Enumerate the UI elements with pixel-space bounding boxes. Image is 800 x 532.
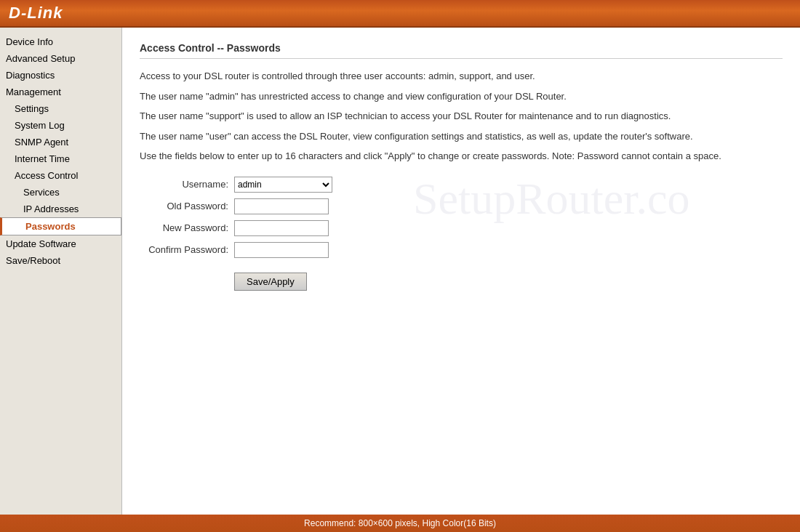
logo-link: Link xyxy=(27,4,63,22)
logo-d: D xyxy=(9,4,21,22)
old-password-input[interactable] xyxy=(234,198,329,214)
sidebar-item-services[interactable]: Services xyxy=(0,184,121,201)
sidebar-item-settings[interactable]: Settings xyxy=(0,100,121,117)
old-password-row: Old Password: xyxy=(140,198,783,214)
confirm-password-label: Confirm Password: xyxy=(140,244,234,255)
new-password-label: New Password: xyxy=(140,222,234,233)
footer-text: Recommend: 800×600 pixels, High Color(16… xyxy=(304,518,496,528)
sidebar-item-device-info[interactable]: Device Info xyxy=(0,33,121,50)
username-row: Username: admin support user xyxy=(140,177,783,193)
sidebar-item-management[interactable]: Management xyxy=(0,84,121,100)
confirm-password-input[interactable] xyxy=(234,242,329,258)
sidebar-item-update-software[interactable]: Update Software xyxy=(0,235,121,252)
password-form: Username: admin support user Old Passwor… xyxy=(140,177,783,291)
sidebar: Device Info Advanced Setup Diagnostics M… xyxy=(0,28,122,515)
main-layout: Device Info Advanced Setup Diagnostics M… xyxy=(0,28,800,515)
sidebar-item-passwords[interactable]: Passwords xyxy=(0,217,121,235)
desc-para-1: Access to your DSL router is controlled … xyxy=(140,69,783,84)
dlink-logo: D-Link xyxy=(9,4,63,23)
sidebar-item-ip-addresses[interactable]: IP Addresses xyxy=(0,201,121,217)
desc-para-5: Use the fields below to enter up to 16 c… xyxy=(140,149,783,164)
logo-dash: - xyxy=(21,4,27,22)
sidebar-item-advanced-setup[interactable]: Advanced Setup xyxy=(0,50,121,67)
desc-para-4: The user name "user" can access the DSL … xyxy=(140,129,783,144)
button-row: Save/Apply xyxy=(234,273,783,291)
new-password-row: New Password: xyxy=(140,220,783,236)
sidebar-item-snmp-agent[interactable]: SNMP Agent xyxy=(0,134,121,150)
header: D-Link xyxy=(0,0,800,28)
save-apply-button[interactable]: Save/Apply xyxy=(234,273,307,291)
content-area: SetupRouter.co Access Control -- Passwor… xyxy=(122,28,800,515)
sidebar-item-access-control[interactable]: Access Control xyxy=(0,167,121,184)
sidebar-item-diagnostics[interactable]: Diagnostics xyxy=(0,67,121,84)
confirm-password-row: Confirm Password: xyxy=(140,242,783,258)
page-title: Access Control -- Passwords xyxy=(140,42,783,59)
username-label: Username: xyxy=(140,179,234,190)
sidebar-item-internet-time[interactable]: Internet Time xyxy=(0,150,121,167)
new-password-input[interactable] xyxy=(234,220,329,236)
username-select[interactable]: admin support user xyxy=(234,177,332,193)
sidebar-item-save-reboot[interactable]: Save/Reboot xyxy=(0,252,121,269)
desc-para-2: The user name "admin" has unrestricted a… xyxy=(140,89,783,104)
sidebar-item-system-log[interactable]: System Log xyxy=(0,117,121,134)
desc-para-3: The user name "support" is used to allow… xyxy=(140,109,783,124)
old-password-label: Old Password: xyxy=(140,201,234,211)
footer: Recommend: 800×600 pixels, High Color(16… xyxy=(0,515,800,532)
